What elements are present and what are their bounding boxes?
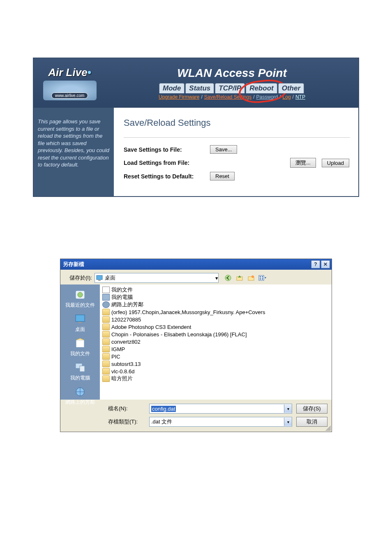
- sidebar-mydocuments[interactable]: 我的文件: [60, 335, 100, 359]
- list-item[interactable]: Adobe Photoshop CS3 Extendent: [102, 323, 329, 331]
- file-list[interactable]: 我的文件 我的電腦 網路上的芳鄰 (orfeo) 1957.Chopin,Jan…: [100, 284, 332, 400]
- list-item[interactable]: 我的電腦: [102, 294, 329, 301]
- svg-rect-9: [260, 278, 261, 280]
- folder-icon: [102, 324, 110, 330]
- file-label: vlc-0.8.6d: [111, 368, 134, 375]
- up-one-level-icon[interactable]: [235, 273, 244, 282]
- svg-point-5: [251, 275, 254, 278]
- filename-value[interactable]: config.dat: [151, 406, 176, 412]
- sidebar-recent[interactable]: 我最近的文件: [60, 287, 100, 310]
- dialog-body: 我最近的文件 桌面 我的文件 我的電腦 網路上的芳鄰 我的文件 我的電腦 網路上: [60, 284, 332, 400]
- views-icon[interactable]: [258, 273, 267, 282]
- sub-tabs: Upgrade Firmware / Save/Reload Settings …: [159, 94, 305, 100]
- new-folder-icon[interactable]: [247, 273, 256, 282]
- dialog-titlebar[interactable]: 另存新檔 ? ✕: [60, 259, 332, 270]
- list-item[interactable]: 網路上的芳鄰: [102, 301, 329, 308]
- filetype-label: 存檔類型(T):: [108, 418, 145, 426]
- filetype-value: .dat 文件: [150, 418, 172, 426]
- subtab-ntp[interactable]: NTP: [295, 94, 305, 100]
- save-in-row: 儲存於(I): 桌面 ▾: [60, 270, 332, 284]
- folder-icon: [102, 353, 110, 360]
- svg-rect-0: [97, 275, 102, 280]
- my-computer-icon: [102, 294, 110, 301]
- folder-icon: [102, 309, 110, 315]
- file-label: convertz802: [111, 339, 141, 345]
- filetype-drop-icon[interactable]: ▾: [284, 418, 292, 426]
- subtab-upgrade-firmware[interactable]: Upgrade Firmware: [159, 94, 199, 100]
- panel-header: Air Live• www.airlive.com WLAN Access Po…: [34, 58, 358, 108]
- file-label: 網路上的芳鄰: [111, 301, 143, 308]
- cancel-button[interactable]: 取消: [296, 417, 327, 427]
- combo-drop-icon[interactable]: ▾: [215, 275, 218, 281]
- sidebar-item-label: 我的文件: [70, 350, 90, 357]
- list-item[interactable]: 我的文件: [102, 286, 329, 294]
- svg-rect-10: [262, 278, 263, 280]
- list-item[interactable]: subtosrt3.13: [102, 360, 329, 368]
- sidebar-desktop[interactable]: 桌面: [60, 311, 100, 335]
- filename-drop-icon[interactable]: ▾: [284, 405, 292, 413]
- browse-button[interactable]: 瀏覽...: [290, 158, 316, 168]
- svg-rect-6: [259, 275, 264, 280]
- titlebar-close-button[interactable]: ✕: [321, 260, 330, 268]
- reset-button[interactable]: Reset: [210, 172, 235, 180]
- sidebar-item-label: 我最近的文件: [65, 302, 95, 309]
- save-button[interactable]: Save...: [210, 145, 237, 154]
- save-button[interactable]: 儲存(S): [296, 404, 327, 414]
- filetype-select[interactable]: .dat 文件 ▾: [149, 417, 292, 427]
- list-item[interactable]: PIC: [102, 353, 329, 360]
- tab-status[interactable]: Status: [185, 83, 214, 93]
- dialog-title: 另存新檔: [63, 261, 84, 268]
- file-label: 我的文件: [111, 286, 133, 294]
- tab-reboot[interactable]: Reboot: [246, 83, 277, 93]
- header-right: WLAN Access Point Mode Status TCP/IP Reb…: [106, 58, 358, 108]
- tab-tcpip[interactable]: TCP/IP: [215, 83, 245, 93]
- save-file-dialog: 另存新檔 ? ✕ 儲存於(I): 桌面 ▾ 我最近的文件: [60, 259, 332, 432]
- list-item[interactable]: Chopin - Polonaises - Elisabeth Leonskaj…: [102, 331, 329, 338]
- my-computer-icon: [73, 361, 87, 374]
- svg-point-12: [78, 292, 83, 297]
- list-item[interactable]: 1202270885: [102, 316, 329, 323]
- save-to-file-label: Save Settings to File:: [124, 146, 210, 153]
- svg-rect-8: [262, 276, 263, 278]
- svg-rect-15: [76, 340, 84, 347]
- resize-grip[interactable]: [325, 425, 331, 431]
- logo-area: Air Live• www.airlive.com: [34, 58, 106, 108]
- toolbar-icons: [224, 273, 267, 282]
- upload-button[interactable]: Upload: [322, 159, 349, 167]
- titlebar-help-button[interactable]: ?: [311, 260, 320, 268]
- sidebar-item-label: 我的電腦: [70, 375, 90, 382]
- row-reset: Reset Settings to Default: Reset: [124, 172, 350, 180]
- list-item[interactable]: 暗方照片: [102, 375, 329, 382]
- subtab-password[interactable]: Password: [256, 94, 278, 100]
- list-item[interactable]: (orfeo) 1957.Chopin,Janacek,Mussorgsky_F…: [102, 308, 329, 316]
- tab-other[interactable]: Other: [278, 83, 304, 93]
- list-item[interactable]: IGMP: [102, 345, 329, 353]
- subtab-save-reload[interactable]: Save/Reload Settings: [204, 94, 251, 100]
- filename-input[interactable]: config.dat ▾: [149, 404, 292, 414]
- network-places-icon: [102, 301, 110, 308]
- list-item[interactable]: vlc-0.8.6d: [102, 368, 329, 375]
- file-label: 暗方照片: [111, 375, 133, 382]
- folder-icon: [102, 331, 110, 338]
- back-icon[interactable]: [224, 273, 233, 282]
- desktop-icon: [96, 274, 103, 282]
- sidebar-item-label: 桌面: [75, 326, 85, 333]
- panel-body: This page allows you save current settin…: [34, 108, 358, 196]
- main-tabs: Mode Status TCP/IP Reboot Other: [159, 83, 305, 93]
- folder-icon: [102, 346, 110, 352]
- svg-rect-7: [260, 276, 261, 278]
- save-in-value: 桌面: [104, 274, 215, 282]
- file-label: Adobe Photoshop CS3 Extendent: [111, 324, 191, 330]
- list-item[interactable]: convertz802: [102, 338, 329, 345]
- subtab-log[interactable]: Log: [283, 94, 291, 100]
- save-in-combo[interactable]: 桌面 ▾: [95, 273, 219, 283]
- tab-mode[interactable]: Mode: [159, 83, 184, 93]
- file-label: 1202270885: [111, 317, 141, 323]
- filename-label: 檔名(N):: [108, 405, 145, 412]
- sidebar-mycomputer[interactable]: 我的電腦: [60, 360, 100, 383]
- my-documents-icon: [73, 337, 87, 349]
- save-in-label: 儲存於(I):: [69, 274, 92, 282]
- folder-icon: [102, 338, 110, 345]
- recent-documents-icon: [73, 289, 87, 301]
- svg-rect-13: [76, 315, 85, 321]
